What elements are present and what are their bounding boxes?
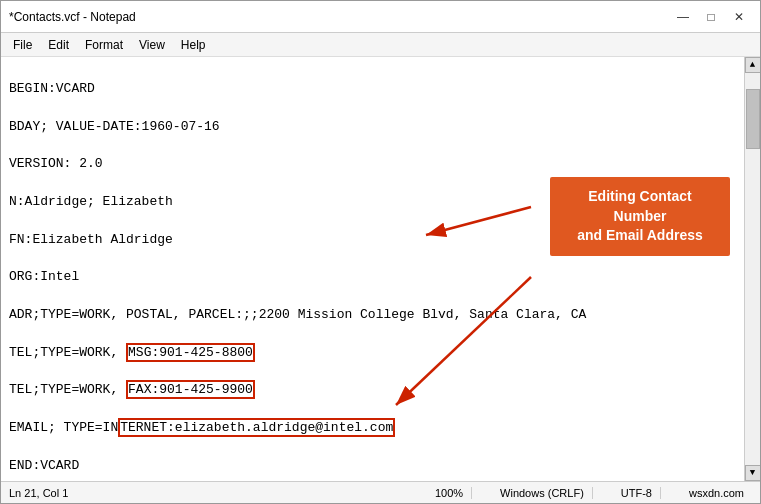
- line-4: N:Aldridge; Elizabeth: [9, 193, 736, 212]
- line-9: TEL;TYPE=WORK, FAX:901-425-9900: [9, 381, 736, 400]
- notepad-window: *Contacts.vcf - Notepad — □ ✕ File Edit …: [0, 0, 761, 504]
- scroll-down-arrow[interactable]: ▼: [745, 465, 761, 481]
- line-5: FN:Elizabeth Aldridge: [9, 231, 736, 250]
- status-zoom: 100%: [427, 487, 472, 499]
- line-10: EMAIL; TYPE=INTERNET:elizabeth.aldridge@…: [9, 419, 736, 438]
- menu-format[interactable]: Format: [77, 36, 131, 54]
- status-position: Ln 21, Col 1: [9, 487, 68, 499]
- status-line-ending: Windows (CRLF): [492, 487, 593, 499]
- line-1: BEGIN:VCARD: [9, 80, 736, 99]
- line-11: END:VCARD: [9, 457, 736, 476]
- editor-container: BEGIN:VCARD BDAY; VALUE-DATE:1960-07-16 …: [1, 57, 760, 481]
- title-bar: *Contacts.vcf - Notepad — □ ✕: [1, 1, 760, 33]
- status-sections: 100% Windows (CRLF) UTF-8 wsxdn.com: [427, 487, 752, 499]
- menu-file[interactable]: File: [5, 36, 40, 54]
- minimize-button[interactable]: —: [670, 7, 696, 27]
- scroll-up-arrow[interactable]: ▲: [745, 57, 761, 73]
- line-2: BDAY; VALUE-DATE:1960-07-16: [9, 118, 736, 137]
- scroll-thumb[interactable]: [746, 89, 760, 149]
- maximize-button[interactable]: □: [698, 7, 724, 27]
- menu-help[interactable]: Help: [173, 36, 214, 54]
- window-controls: — □ ✕: [670, 7, 752, 27]
- menu-view[interactable]: View: [131, 36, 173, 54]
- status-branding: wsxdn.com: [681, 487, 752, 499]
- line-6: ORG:Intel: [9, 268, 736, 287]
- line-7: ADR;TYPE=WORK, POSTAL, PARCEL:;;2200 Mis…: [9, 306, 736, 325]
- editor-content[interactable]: BEGIN:VCARD BDAY; VALUE-DATE:1960-07-16 …: [1, 57, 744, 481]
- status-bar: Ln 21, Col 1 100% Windows (CRLF) UTF-8 w…: [1, 481, 760, 503]
- close-button[interactable]: ✕: [726, 7, 752, 27]
- window-title: *Contacts.vcf - Notepad: [9, 10, 136, 24]
- line-3: VERSION: 2.0: [9, 155, 736, 174]
- status-encoding: UTF-8: [613, 487, 661, 499]
- menu-bar: File Edit Format View Help: [1, 33, 760, 57]
- menu-edit[interactable]: Edit: [40, 36, 77, 54]
- line-8: TEL;TYPE=WORK, MSG:901-425-8800: [9, 344, 736, 363]
- vertical-scrollbar[interactable]: ▲ ▼: [744, 57, 760, 481]
